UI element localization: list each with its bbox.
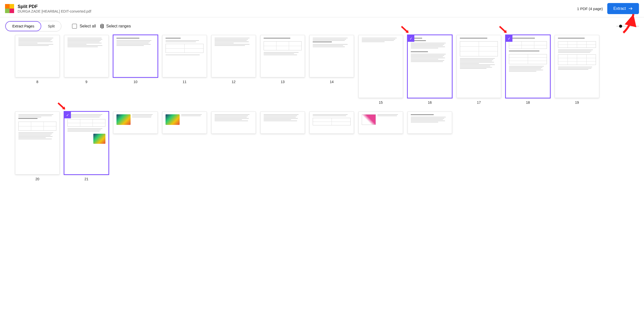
tab-split[interactable]: Split — [41, 21, 61, 31]
zoom-thumb[interactable] — [619, 25, 622, 28]
page-number: 21 — [85, 177, 89, 181]
page-number: 14 — [330, 80, 334, 84]
page-thumb[interactable]: ✓ 21 — [64, 112, 109, 181]
page-thumb[interactable] — [162, 112, 207, 181]
page-number: 17 — [477, 100, 481, 104]
page-thumb[interactable]: 15 — [358, 35, 403, 104]
page-number: 18 — [526, 100, 530, 104]
page-thumb[interactable]: 8 — [15, 35, 60, 104]
extract-button[interactable]: Extract — [607, 3, 639, 14]
page-number: 13 — [281, 80, 285, 84]
header-left: Split PDF DURGA ZADE [HEARBAL] EDIT-conv… — [5, 4, 91, 13]
tab-extract-pages[interactable]: Extract Pages — [5, 21, 41, 31]
select-ranges[interactable]: Select ranges — [100, 24, 131, 29]
extract-button-label: Extract — [613, 6, 626, 11]
page-number: 16 — [428, 100, 432, 104]
page-thumb[interactable]: ✓ 18 — [506, 35, 550, 104]
page-thumb[interactable] — [309, 112, 354, 181]
arrow-right-icon — [628, 6, 633, 11]
title-block: Split PDF DURGA ZADE [HEARBAL] EDIT-conv… — [18, 4, 91, 13]
zoom-slider[interactable] — [616, 26, 639, 26]
toolbar: Extract Pages Split Select all Select ra… — [0, 17, 644, 35]
page-thumb[interactable]: 12 — [211, 35, 256, 104]
page-thumb[interactable]: 17 — [457, 35, 501, 104]
page-thumb[interactable] — [358, 112, 403, 181]
select-all[interactable]: Select all — [72, 24, 96, 29]
mode-segmented: Extract Pages Split — [5, 21, 61, 31]
page-thumb[interactable]: 11 — [162, 35, 207, 104]
page-thumb[interactable] — [113, 112, 158, 181]
pages-grid: 8 9 10 11 12 — [0, 35, 644, 191]
page-thumb[interactable] — [408, 112, 452, 181]
page-thumb[interactable] — [260, 112, 305, 181]
page-number: 19 — [575, 100, 579, 104]
page-count: 1 PDF (4 page) — [577, 7, 603, 11]
page-thumb[interactable]: ✓ 16 — [408, 35, 452, 104]
select-all-checkbox[interactable] — [72, 24, 77, 29]
page-thumb[interactable]: 9 — [64, 35, 109, 104]
page-thumb[interactable] — [211, 112, 256, 181]
page-number: 20 — [35, 177, 39, 181]
page-thumb[interactable]: 20 — [15, 112, 60, 181]
ranges-icon — [100, 24, 104, 29]
page-thumb[interactable]: 10 — [113, 35, 158, 104]
page-number: 8 — [36, 80, 38, 84]
page-number: 10 — [134, 80, 138, 84]
check-icon: ✓ — [64, 112, 71, 118]
page-number: 12 — [232, 80, 236, 84]
app-header: Split PDF DURGA ZADE [HEARBAL] EDIT-conv… — [0, 0, 644, 17]
page-thumb[interactable]: 14 — [309, 35, 354, 104]
select-ranges-label: Select ranges — [106, 24, 131, 28]
header-right: 1 PDF (4 page) Extract — [577, 3, 639, 14]
page-number: 15 — [379, 100, 383, 104]
select-all-label: Select all — [79, 24, 96, 28]
page-number: 9 — [86, 80, 88, 84]
page-thumb[interactable]: 13 — [260, 35, 305, 104]
page-number: 11 — [183, 80, 187, 84]
check-icon: ✓ — [408, 35, 414, 42]
check-icon: ✓ — [506, 35, 512, 42]
filename-subtitle: DURGA ZADE [HEARBAL] EDIT-converted.pdf — [18, 9, 91, 13]
app-logo-icon — [5, 4, 14, 13]
page-title: Split PDF — [18, 4, 91, 9]
page-thumb[interactable]: 19 — [555, 35, 599, 104]
